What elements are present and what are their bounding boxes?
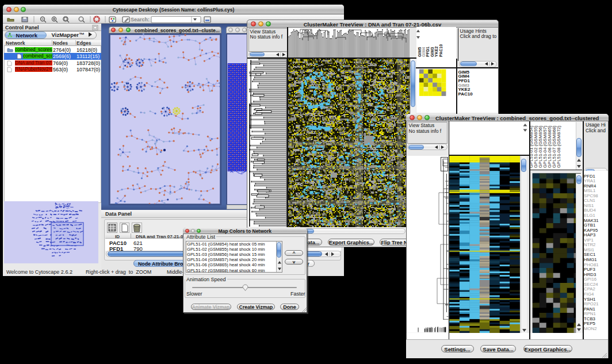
svg-text:MON2: MON2 <box>584 326 597 331</box>
